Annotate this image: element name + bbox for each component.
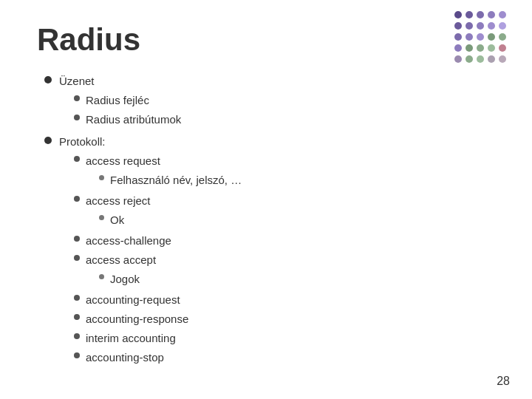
list-item-jogok: Jogok [99,270,156,288]
access-challenge-label: access-challenge [86,232,171,250]
bullet-access-challenge [74,236,80,242]
svg-point-16 [466,44,473,52]
list-item-access-request: access request Felhasználó név, jelszó, … [74,152,242,191]
list-item-interim-accounting: interim accounting [74,330,242,347]
main-list: Üzenet Radius fejléc Radius atribútumok [44,72,495,368]
accounting-response-label: accounting-response [86,310,188,328]
bullet-protokoll [44,137,52,144]
svg-point-4 [499,11,506,18]
svg-point-0 [454,11,462,18]
page-number: 28 [497,375,510,388]
svg-point-14 [499,33,506,41]
list-item-access-accept: access accept Jogok [74,251,242,290]
bullet-jogok [99,274,104,279]
svg-point-15 [454,44,462,52]
bullet-access-accept [74,255,80,261]
svg-point-6 [466,22,473,30]
list-item-felhasznalo: Felhasználó név, jelszó, … [99,171,242,189]
svg-point-1 [466,11,473,18]
svg-point-17 [477,44,484,52]
svg-point-2 [477,11,484,18]
access-request-children: Felhasználó név, jelszó, … [99,171,242,189]
svg-point-22 [477,55,484,63]
list-item-radius-atributumok: Radius atribútumok [74,111,181,129]
bullet-accounting-request [74,295,80,301]
svg-point-18 [488,44,495,52]
svg-point-7 [477,22,484,30]
protokoll-children: access request Felhasználó név, jelszó, … [74,152,242,366]
svg-point-24 [499,55,506,63]
svg-point-9 [499,22,506,30]
list-item-ok: Ok [99,211,151,229]
access-reject-children: Ok [99,211,151,229]
decorative-dot-grid [451,7,517,74]
svg-point-13 [488,33,495,41]
bullet-radius-atributumok [74,115,80,120]
svg-point-11 [466,33,473,41]
jogok-label: Jogok [110,270,140,288]
svg-point-21 [466,55,473,63]
list-item-accounting-response: accounting-response [74,310,242,328]
svg-point-8 [488,22,495,30]
access-reject-label: access reject [86,194,151,207]
protokoll-label: Protokoll: [59,135,106,148]
svg-point-3 [488,11,495,18]
ok-label: Ok [110,211,124,229]
uzenet-content: Üzenet Radius fejléc Radius atribútumok [59,72,181,130]
svg-point-20 [454,55,462,63]
bullet-accounting-response [74,314,80,320]
access-accept-label: access accept [86,253,156,266]
slide-title: Radius [37,22,495,58]
bullet-felhasznalo [99,175,104,180]
uzenet-label: Üzenet [59,75,95,87]
list-item-access-reject: access reject Ok [74,192,242,231]
access-reject-content: access reject Ok [86,192,151,231]
access-request-label: access request [86,154,160,167]
accounting-request-label: accounting-request [86,291,180,309]
list-item-accounting-request: accounting-request [74,291,242,309]
bullet-accounting-stop [74,352,80,358]
bullet-access-request [74,156,80,162]
protokoll-content: Protokoll: access request Felhasználó n [59,133,242,368]
svg-point-23 [488,55,495,63]
list-item-access-challenge: access-challenge [74,232,242,250]
content-area: Üzenet Radius fejléc Radius atribútumok [37,72,495,368]
access-accept-children: Jogok [99,270,156,288]
list-item-protokoll: Protokoll: access request Felhasználó n [44,133,495,368]
radius-fejlec-label: Radius fejléc [86,92,149,109]
felhasznalo-label: Felhasználó név, jelszó, … [110,171,242,189]
svg-point-10 [454,33,462,41]
bullet-uzenet [44,76,52,83]
svg-point-19 [499,44,506,52]
list-item-accounting-stop: accounting-stop [74,349,242,366]
svg-point-12 [477,33,484,41]
bullet-interim-accounting [74,333,80,339]
list-item-uzenet: Üzenet Radius fejléc Radius atribútumok [44,72,495,130]
radius-atributumok-label: Radius atribútumok [86,111,181,129]
interim-accounting-label: interim accounting [86,330,176,347]
svg-point-5 [454,22,462,30]
slide: Radius Üzenet Radius fejléc Radius atrib… [0,0,532,399]
list-item-radius-fejlec: Radius fejléc [74,92,181,109]
access-request-content: access request Felhasználó név, jelszó, … [86,152,242,191]
uzenet-children: Radius fejléc Radius atribútumok [74,92,181,129]
accounting-stop-label: accounting-stop [86,349,164,366]
bullet-access-reject [74,196,80,202]
access-accept-content: access accept Jogok [86,251,156,290]
bullet-radius-fejlec [74,95,80,101]
bullet-ok [99,215,104,220]
